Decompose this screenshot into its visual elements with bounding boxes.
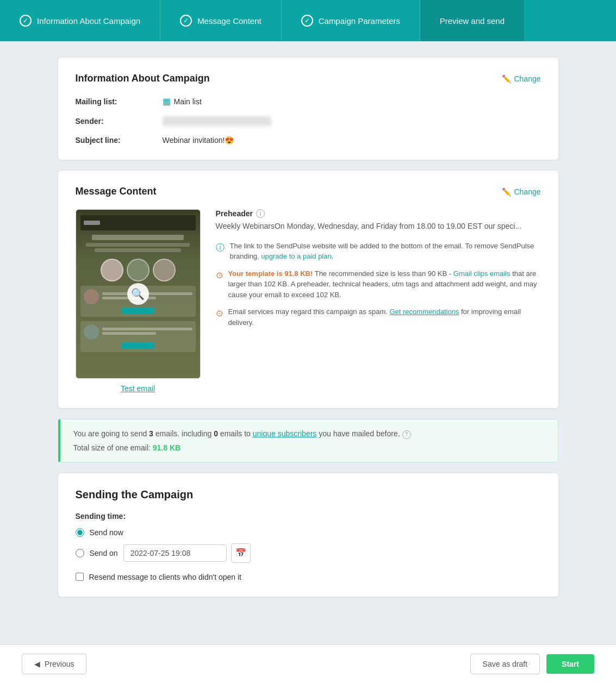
- thumb-subtitle1: [86, 243, 190, 247]
- sender-row: Sender:: [76, 116, 541, 126]
- thumb-line-3: [102, 328, 192, 330]
- thumb-register-2: [122, 342, 154, 349]
- sender-value: [163, 116, 271, 126]
- branding-notice-text: The link to the SendPulse website will b…: [230, 241, 541, 262]
- mailing-list-row: Mailing list: ▦ Main list: [76, 96, 541, 106]
- thumb-line-4: [102, 332, 157, 335]
- check-icon-message: ✓: [180, 15, 192, 27]
- nav-step-preview-label: Preview and send: [440, 16, 505, 26]
- send-now-row: Send now: [76, 528, 541, 537]
- message-content-change-link[interactable]: ✏️ Change: [502, 187, 540, 196]
- thumb-register-1: [122, 307, 154, 314]
- thumb-header: [80, 215, 196, 230]
- sending-campaign-card: Sending the Campaign Sending time: Send …: [58, 473, 558, 597]
- stats-info-icon[interactable]: ?: [402, 430, 411, 439]
- sender-blurred: [163, 116, 271, 126]
- check-icon-params: ✓: [301, 15, 313, 27]
- subject-row: Subject line: Webinar invitation!😍: [76, 136, 541, 145]
- email-preview-column: 🔍: [76, 209, 201, 393]
- subject-label: Subject line:: [76, 136, 163, 145]
- thumb-inner: 🔍: [76, 210, 200, 378]
- message-right-panel: Preheader i Weekly WebinarsOn Monday, We…: [216, 209, 541, 393]
- calendar-button[interactable]: 📅: [231, 543, 251, 563]
- send-now-radio[interactable]: [76, 528, 84, 537]
- stats-send-text: You are going to send 3 emails. includin…: [73, 429, 545, 439]
- date-input-wrap: 📅: [123, 543, 251, 563]
- unique-count: 0: [214, 429, 218, 438]
- message-content-header: Message Content ✏️ Change: [76, 186, 541, 197]
- resend-row: Resend message to clients who didn't ope…: [76, 573, 541, 581]
- thumb-block-2: [80, 321, 196, 352]
- nav-step-preview[interactable]: Preview and send: [420, 0, 524, 41]
- spam-notice-text: Email services may regard this campaign …: [228, 306, 541, 328]
- nav-step-info-label: Information About Campaign: [37, 16, 140, 26]
- mailing-list-label: Mailing list:: [76, 97, 163, 106]
- magnify-icon: 🔍: [127, 283, 149, 305]
- pencil-icon: ✏️: [502, 74, 511, 83]
- start-button[interactable]: Start: [546, 654, 594, 674]
- nav-step-message-label: Message Content: [197, 16, 262, 26]
- thumb-avatars: [101, 259, 176, 281]
- stats-size-value: 91.8 KB: [153, 443, 181, 452]
- thumb-person-2: [84, 324, 192, 340]
- thumb-subtitle2: [95, 248, 181, 252]
- send-count: 3: [149, 429, 153, 438]
- thumb-person-avatar-1: [84, 289, 99, 304]
- stats-size-text: Total size of one email: 91.8 KB: [73, 443, 545, 452]
- unique-subscribers-link[interactable]: unique subscribers: [253, 429, 317, 438]
- size-warning-bold: Your template is 91.8 KB!: [228, 270, 313, 278]
- list-icon: ▦: [163, 96, 171, 106]
- nav-step-info[interactable]: ✓ Information About Campaign: [0, 0, 160, 41]
- resend-checkbox[interactable]: [76, 573, 84, 581]
- campaign-info-card: Information About Campaign ✏️ Change Mai…: [58, 58, 558, 160]
- upgrade-link[interactable]: upgrade to a paid plan: [261, 252, 331, 260]
- warn-icon-size: ⊙: [216, 269, 223, 300]
- previous-button[interactable]: ◀ Previous: [22, 654, 86, 674]
- sender-label: Sender:: [76, 117, 163, 126]
- message-content-title: Message Content: [76, 186, 157, 197]
- check-icon-info: ✓: [20, 15, 32, 27]
- main-content: Information About Campaign ✏️ Change Mai…: [47, 41, 569, 673]
- thumb-person-info-2: [102, 328, 192, 336]
- branding-notice: ⓘ The link to the SendPulse website will…: [216, 241, 541, 262]
- scheduled-date-input[interactable]: [123, 544, 227, 562]
- campaign-info-header: Information About Campaign ✏️ Change: [76, 73, 541, 84]
- test-email-link[interactable]: Test email: [76, 384, 201, 393]
- warn-icon-spam: ⊙: [216, 307, 223, 328]
- message-content-card: Message Content ✏️ Change: [58, 171, 558, 408]
- campaign-info-title: Information About Campaign: [76, 73, 210, 84]
- thumb-avatar-3: [153, 259, 176, 281]
- save-draft-button[interactable]: Save as draft: [470, 654, 540, 674]
- stats-box: You are going to send 3 emails. includin…: [58, 419, 558, 462]
- thumb-logo: [84, 221, 100, 225]
- thumb-avatar-2: [127, 259, 150, 281]
- campaign-info-change-link[interactable]: ✏️ Change: [502, 74, 540, 83]
- spam-notice: ⊙ Email services may regard this campaig…: [216, 306, 541, 328]
- thumb-title: [92, 235, 184, 240]
- bottom-bar: ◀ Previous Save as draft Start: [0, 644, 616, 683]
- info-icon-branding: ⓘ: [216, 241, 225, 262]
- size-notice: ⊙ Your template is 91.8 KB! The recommen…: [216, 268, 541, 300]
- sending-time-label: Sending time:: [76, 512, 541, 521]
- nav-step-params-label: Campaign Parameters: [319, 16, 400, 26]
- subject-value: Webinar invitation!😍: [163, 136, 234, 145]
- sending-title: Sending the Campaign: [76, 488, 541, 501]
- preheader-info-icon[interactable]: i: [256, 209, 265, 218]
- recommendations-link[interactable]: Get recommendations: [389, 308, 459, 316]
- wizard-nav: ✓ Information About Campaign ✓ Message C…: [0, 0, 616, 41]
- gmail-clips-link[interactable]: Gmail clips emails: [453, 270, 511, 278]
- email-preview-thumbnail[interactable]: 🔍: [76, 209, 201, 379]
- nav-step-params[interactable]: ✓ Campaign Parameters: [282, 0, 420, 41]
- pencil-icon-2: ✏️: [502, 187, 511, 196]
- mailing-list-value: ▦ Main list: [163, 96, 202, 106]
- size-notice-text: Your template is 91.8 KB! The recommende…: [228, 268, 541, 300]
- preheader-label: Preheader i: [216, 209, 541, 218]
- action-buttons: Save as draft Start: [470, 654, 594, 674]
- send-now-label[interactable]: Send now: [90, 528, 123, 537]
- nav-step-message[interactable]: ✓ Message Content: [160, 0, 282, 41]
- message-content-body: 🔍: [76, 209, 541, 393]
- thumb-avatar-1: [101, 259, 123, 281]
- send-on-radio[interactable]: [76, 549, 84, 557]
- resend-label[interactable]: Resend message to clients who didn't ope…: [89, 573, 242, 581]
- send-on-label[interactable]: Send on: [90, 549, 118, 557]
